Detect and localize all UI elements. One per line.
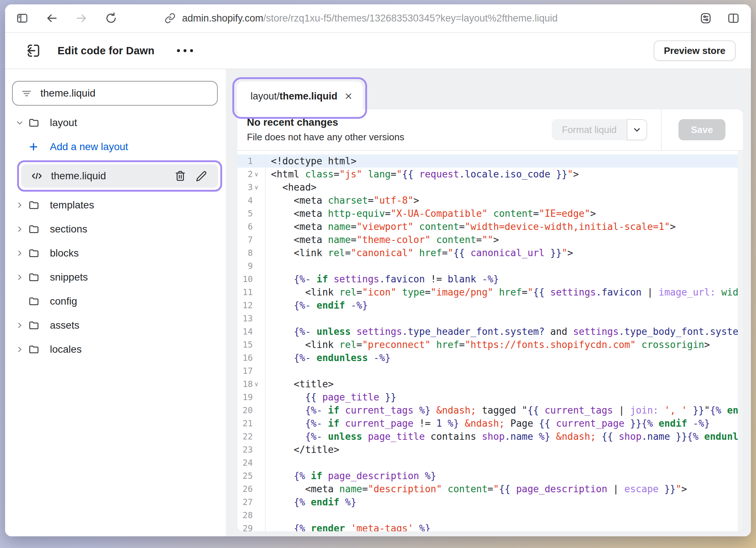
folder-icon xyxy=(28,344,40,355)
overflow-menu-icon[interactable] xyxy=(174,46,196,55)
tree-item-label: blocks xyxy=(50,247,79,259)
line-number-gutter: 27 xyxy=(237,496,266,509)
line-number-gutter: 18∨ xyxy=(237,377,266,391)
folder-icon xyxy=(28,320,40,331)
page-title: Edit code for Dawn xyxy=(58,45,154,57)
delete-file-button[interactable] xyxy=(172,170,188,182)
tab-label: layout/theme.liquid xyxy=(251,91,338,102)
browser-window: admin.shopify.com/store/rzq1xu-f5/themes… xyxy=(5,4,751,536)
chevron-right-icon xyxy=(16,225,24,233)
tree-folder-snippets[interactable]: snippets xyxy=(5,265,226,289)
tree-item-label: sections xyxy=(50,223,87,235)
editor-main: layout/theme.liquid No recent changes Fi… xyxy=(226,69,751,536)
tree-folder-locales[interactable]: locales xyxy=(5,337,226,361)
tree-item-label: theme.liquid xyxy=(51,170,106,182)
sidebar-toggle-icon[interactable] xyxy=(16,12,28,24)
code-line: 8 <link rel="canonical" href="{{ canonic… xyxy=(237,246,743,259)
line-number-gutter: 7 xyxy=(237,233,266,246)
edit-icon xyxy=(196,170,207,182)
line-number-gutter: 29 xyxy=(237,522,266,531)
app-header: Edit code for Dawn Preview store xyxy=(5,33,751,69)
exit-icon[interactable] xyxy=(25,43,41,58)
tree-folder-config[interactable]: config xyxy=(5,289,226,313)
line-number-gutter: 14 xyxy=(237,325,266,338)
tree-folder-layout[interactable]: layout xyxy=(5,111,226,135)
code-line: 4 <meta charset="utf-8"> xyxy=(237,194,743,207)
format-options-button[interactable] xyxy=(627,119,647,140)
chevron-down-icon xyxy=(16,119,24,127)
selected-file-highlight-ring: theme.liquid xyxy=(17,160,222,192)
line-number-gutter: 5 xyxy=(237,207,266,220)
tree-item-label: config xyxy=(50,295,77,307)
split-view-icon[interactable] xyxy=(727,12,740,25)
url-text: admin.shopify.com/store/rzq1xu-f5/themes… xyxy=(182,13,558,24)
tree-item-theme.liquid[interactable]: theme.liquid xyxy=(21,164,218,188)
tree-item-label: snippets xyxy=(50,271,88,283)
line-number-gutter: 12 xyxy=(237,299,266,312)
tree-item-label: assets xyxy=(50,320,79,331)
reload-icon[interactable] xyxy=(105,12,117,24)
line-number-gutter: 25 xyxy=(237,469,266,482)
back-icon[interactable] xyxy=(45,12,58,25)
chevron-right-icon xyxy=(16,321,24,329)
fold-toggle-icon[interactable]: ∨ xyxy=(253,184,265,191)
tab-theme-liquid[interactable]: layout/theme.liquid xyxy=(237,82,363,114)
search-input[interactable] xyxy=(40,87,209,99)
format-liquid-button[interactable]: Format liquid xyxy=(552,119,627,140)
line-number-gutter: 22 xyxy=(237,430,266,443)
line-number-gutter: 24 xyxy=(237,456,266,469)
fold-toggle-icon[interactable]: ∨ xyxy=(253,171,265,178)
code-line: 17 xyxy=(237,364,743,377)
chevron-right-icon xyxy=(16,201,24,209)
fold-toggle-icon[interactable]: ∨ xyxy=(253,380,265,388)
line-number-gutter: 15 xyxy=(237,338,266,351)
link-icon xyxy=(165,13,176,24)
folder-icon xyxy=(28,223,40,235)
tree-folder-assets[interactable]: assets xyxy=(5,313,226,337)
format-liquid-split-button: Format liquid xyxy=(552,119,647,140)
code-line: 13 xyxy=(237,312,743,325)
code-line: 26 <meta name="description" content="{{ … xyxy=(237,482,743,496)
delete-icon xyxy=(174,170,186,182)
code-line: 22 {%- unless page_title contains shop.n… xyxy=(237,430,743,443)
url-path: /store/rzq1xu-f5/themes/132683530345?key… xyxy=(263,13,558,24)
forward-icon[interactable] xyxy=(75,12,88,25)
code-line: 16 {%- endunless -%} xyxy=(237,351,743,364)
line-number-gutter: 26 xyxy=(237,482,266,496)
line-number-gutter: 10 xyxy=(237,273,266,286)
code-line: 28 xyxy=(237,509,743,522)
preview-store-button[interactable]: Preview store xyxy=(654,40,736,61)
tree-folder-sections[interactable]: sections xyxy=(5,217,226,241)
tree-folder-blocks[interactable]: blocks xyxy=(5,241,226,265)
file-search[interactable] xyxy=(12,81,218,106)
line-number-gutter: 19 xyxy=(237,391,266,404)
extensions-icon[interactable] xyxy=(699,12,712,25)
code-line: 14 {%- unless settings.type_header_font.… xyxy=(237,325,743,338)
tree-folder-templates[interactable]: templates xyxy=(5,193,226,217)
rename-file-button[interactable] xyxy=(193,170,209,182)
tree-item-label: layout xyxy=(50,117,77,129)
tree-item-label: locales xyxy=(50,344,82,355)
line-number-gutter: 8 xyxy=(237,246,266,259)
code-line: 10 {%- if settings.favicon != blank -%} xyxy=(237,273,743,286)
code-line: 29 {% render 'meta-tags' %} xyxy=(237,522,743,531)
code-line: 21 {%- if current_page != 1 %} &ndash; P… xyxy=(237,417,743,430)
code-line: 25 {% if page_description %} xyxy=(237,469,743,482)
code-line: 6 <meta name="viewport" content="width=d… xyxy=(237,220,743,233)
code-editor[interactable]: 1<!doctype html>2∨<html class="js" lang=… xyxy=(237,151,743,531)
url-bar[interactable]: admin.shopify.com/store/rzq1xu-f5/themes… xyxy=(165,13,692,24)
line-number-gutter: 16 xyxy=(237,351,266,364)
browser-toolbar: admin.shopify.com/store/rzq1xu-f5/themes… xyxy=(5,4,751,33)
close-icon[interactable] xyxy=(344,91,353,101)
add-new-layout-button[interactable]: Add a new layout xyxy=(5,135,226,159)
code-line: 27 {% endif %} xyxy=(237,496,743,509)
code-file-icon xyxy=(31,170,43,182)
line-number-gutter: 13 xyxy=(237,312,266,325)
line-number-gutter: 6 xyxy=(237,220,266,233)
code-line: 24 xyxy=(237,456,743,469)
save-button[interactable]: Save xyxy=(678,119,725,140)
chevron-right-icon xyxy=(16,273,24,281)
code-line: 15 <link rel="preconnect" href="https://… xyxy=(237,338,743,351)
line-number-gutter: 1 xyxy=(237,154,266,168)
folder-icon xyxy=(28,199,40,211)
